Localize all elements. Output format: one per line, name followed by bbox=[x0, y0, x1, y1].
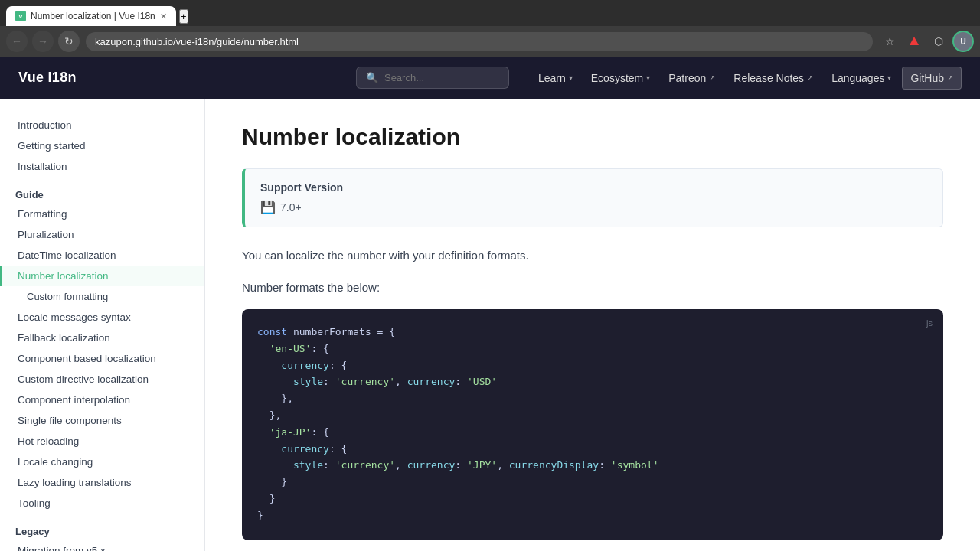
main-content: Number localization Support Version 💾 7.… bbox=[205, 99, 980, 551]
sidebar-label: Locale messages syntax bbox=[18, 311, 131, 323]
info-box-version: 7.0+ bbox=[280, 201, 302, 214]
sidebar-item-fallback-localization[interactable]: Fallback localization bbox=[0, 328, 204, 348]
sidebar-item-formatting[interactable]: Formatting bbox=[0, 204, 204, 224]
sidebar-label: Migration from v5.x bbox=[18, 545, 106, 551]
sidebar-label: Lazy loading translations bbox=[18, 477, 132, 488]
sidebar-item-component-interpolation[interactable]: Component interpolation bbox=[0, 390, 204, 410]
info-box-title: Support Version bbox=[260, 181, 927, 194]
sidebar-item-single-file[interactable]: Single file components bbox=[0, 410, 204, 431]
sidebar-item-custom-directive[interactable]: Custom directive localization bbox=[0, 369, 204, 390]
sidebar-label: Getting started bbox=[18, 140, 86, 152]
browser-tabs: V Number localization | Vue I18n ✕ + bbox=[0, 6, 980, 26]
sidebar-item-locale-changing[interactable]: Locale changing bbox=[0, 452, 204, 472]
sidebar-item-migration[interactable]: Migration from v5.x bbox=[0, 540, 204, 551]
nav-item-github[interactable]: GitHub ↗ bbox=[902, 67, 962, 90]
page-title: Number localization bbox=[242, 124, 943, 150]
nav-github-label: GitHub bbox=[910, 72, 944, 84]
reload-button[interactable]: ↻ bbox=[58, 31, 80, 52]
sidebar-section-legacy: Legacy bbox=[0, 520, 204, 540]
user-avatar[interactable]: U bbox=[952, 31, 974, 52]
sidebar-label: Single file components bbox=[18, 415, 122, 426]
para1: You can localize the number with your de… bbox=[242, 246, 943, 266]
sidebar-section-guide: Guide bbox=[0, 183, 204, 204]
nav-item-learn[interactable]: Learn ▾ bbox=[531, 67, 580, 89]
nav-languages-label: Languages bbox=[831, 72, 884, 84]
tab-favicon: V bbox=[15, 11, 26, 21]
sidebar-item-lazy-loading[interactable]: Lazy loading translations bbox=[0, 472, 204, 493]
support-version-box: Support Version 💾 7.0+ bbox=[242, 168, 943, 227]
sidebar-item-tooling[interactable]: Tooling bbox=[0, 493, 204, 514]
sidebar-label: Fallback localization bbox=[18, 332, 110, 344]
tab-title: Number localization | Vue I18n bbox=[31, 11, 155, 21]
sidebar-label: Formatting bbox=[18, 208, 67, 220]
sidebar-item-getting-started[interactable]: Getting started bbox=[0, 135, 204, 156]
sidebar-label: Custom formatting bbox=[27, 291, 108, 302]
release-notes-external-icon: ↗ bbox=[807, 73, 813, 82]
sidebar-item-custom-formatting[interactable]: Custom formatting bbox=[0, 286, 204, 307]
sidebar-item-number-localization[interactable]: Number localization bbox=[0, 266, 204, 286]
sidebar-item-introduction[interactable]: Introduction bbox=[0, 115, 204, 135]
sidebar-item-locale-messages-syntax[interactable]: Locale messages syntax bbox=[0, 307, 204, 328]
sidebar-label: Hot reloading bbox=[18, 435, 79, 447]
sidebar-label: Introduction bbox=[18, 119, 72, 131]
nav-item-patreon[interactable]: Patreon ↗ bbox=[661, 67, 723, 89]
sidebar-item-hot-reloading[interactable]: Hot reloading bbox=[0, 431, 204, 452]
sidebar-item-pluralization[interactable]: Pluralization bbox=[0, 224, 204, 245]
patreon-external-icon: ↗ bbox=[709, 73, 715, 82]
vivaldi-button[interactable] bbox=[903, 31, 925, 52]
tab-close-button[interactable]: ✕ bbox=[160, 11, 167, 21]
nav-item-ecosystem[interactable]: Ecosystem ▾ bbox=[583, 67, 658, 89]
ecosystem-chevron-icon: ▾ bbox=[646, 73, 650, 82]
content-area: Introduction Getting started Installatio… bbox=[0, 99, 980, 551]
para2: Number formats the below: bbox=[242, 278, 943, 298]
nav-item-release-notes[interactable]: Release Notes ↗ bbox=[726, 67, 821, 89]
back-button[interactable]: ← bbox=[6, 31, 28, 52]
nav-item-languages[interactable]: Languages ▾ bbox=[824, 67, 899, 89]
sidebar-label: Component interpolation bbox=[18, 394, 130, 406]
site-logo[interactable]: Vue I18n bbox=[18, 70, 77, 86]
sidebar-label: DateTime localization bbox=[18, 249, 116, 261]
info-box-content: 💾 7.0+ bbox=[260, 200, 927, 214]
code-content: const numberFormats = { 'en-US': { curre… bbox=[257, 326, 658, 521]
code-lang-label: js bbox=[926, 317, 933, 331]
sidebar: Introduction Getting started Installatio… bbox=[0, 99, 205, 551]
browser-controls: ← → ↻ bbox=[6, 31, 80, 52]
new-tab-button[interactable]: + bbox=[179, 9, 188, 24]
code-block: js const numberFormats = { 'en-US': { cu… bbox=[242, 309, 943, 540]
search-icon: 🔍 bbox=[366, 72, 378, 83]
browser-address-bar: ← → ↻ ☆ ⬡ U bbox=[0, 26, 980, 57]
address-bar-input[interactable] bbox=[86, 32, 873, 51]
search-box[interactable]: 🔍 bbox=[356, 67, 509, 89]
sidebar-label: Pluralization bbox=[18, 229, 74, 240]
sidebar-label: Locale changing bbox=[18, 456, 93, 468]
forward-button[interactable]: → bbox=[32, 31, 54, 52]
languages-chevron-icon: ▾ bbox=[887, 73, 891, 82]
extensions-button[interactable]: ⬡ bbox=[928, 31, 949, 52]
nav-release-notes-label: Release Notes bbox=[733, 72, 804, 84]
github-external-icon: ↗ bbox=[947, 73, 953, 82]
nav-patreon-label: Patreon bbox=[668, 72, 706, 84]
bookmark-button[interactable]: ☆ bbox=[879, 31, 900, 52]
search-input[interactable] bbox=[384, 72, 499, 83]
nav-ecosystem-label: Ecosystem bbox=[591, 72, 643, 84]
sidebar-label: Component based localization bbox=[18, 353, 156, 364]
nav-links: Learn ▾ Ecosystem ▾ Patreon ↗ Release No… bbox=[531, 67, 962, 90]
sidebar-item-datetime[interactable]: DateTime localization bbox=[0, 245, 204, 266]
sidebar-label: Tooling bbox=[18, 497, 51, 509]
info-box-emoji: 💾 bbox=[260, 200, 276, 214]
learn-chevron-icon: ▾ bbox=[569, 73, 573, 82]
sidebar-item-component-based[interactable]: Component based localization bbox=[0, 348, 204, 369]
sidebar-item-installation[interactable]: Installation bbox=[0, 156, 204, 177]
sidebar-label: Installation bbox=[18, 161, 67, 172]
sidebar-label: Number localization bbox=[18, 270, 109, 282]
browser-chrome: V Number localization | Vue I18n ✕ + ← →… bbox=[0, 0, 980, 57]
nav-learn-label: Learn bbox=[538, 72, 566, 84]
browser-tab-active: V Number localization | Vue I18n ✕ bbox=[6, 6, 176, 26]
sidebar-label: Custom directive localization bbox=[18, 373, 149, 385]
top-nav: Vue I18n 🔍 Learn ▾ Ecosystem ▾ Patreon ↗… bbox=[0, 57, 980, 99]
browser-actions: ☆ ⬡ U bbox=[879, 31, 974, 52]
app: Vue I18n 🔍 Learn ▾ Ecosystem ▾ Patreon ↗… bbox=[0, 57, 980, 551]
